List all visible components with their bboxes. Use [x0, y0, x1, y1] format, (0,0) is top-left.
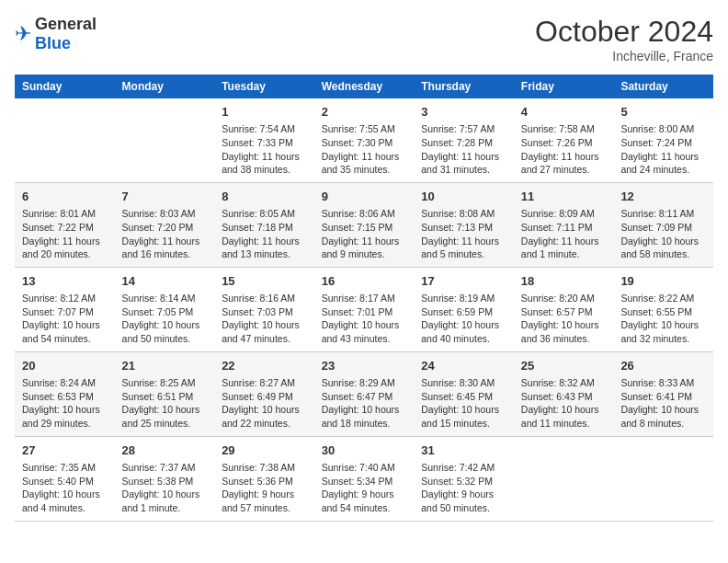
title-block: October 2024 Incheville, France	[535, 15, 713, 63]
day-info: Daylight: 10 hours and 8 minutes.	[620, 403, 706, 430]
day-info: Sunset: 6:49 PM	[222, 390, 307, 404]
day-info: Sunset: 7:24 PM	[620, 136, 706, 150]
calendar-cell: 4Sunrise: 7:58 AMSunset: 7:26 PMDaylight…	[514, 98, 614, 182]
day-info: Daylight: 10 hours and 40 minutes.	[421, 318, 506, 345]
day-info: Sunset: 7:28 PM	[421, 136, 506, 150]
day-info: Daylight: 11 hours and 31 minutes.	[421, 150, 506, 177]
calendar-table: SundayMondayTuesdayWednesdayThursdayFrid…	[15, 75, 713, 522]
day-info: Sunset: 6:55 PM	[620, 305, 706, 319]
calendar-cell: 8Sunrise: 8:05 AMSunset: 7:18 PMDaylight…	[214, 182, 314, 267]
day-info: Daylight: 11 hours and 38 minutes.	[222, 150, 307, 177]
day-info: Sunset: 7:15 PM	[322, 221, 407, 235]
day-number: 11	[521, 189, 607, 205]
day-info: Daylight: 10 hours and 29 minutes.	[22, 403, 108, 430]
day-info: Daylight: 10 hours and 22 minutes.	[222, 403, 307, 430]
day-info: Daylight: 10 hours and 32 minutes.	[620, 318, 706, 345]
day-number: 31	[421, 442, 506, 459]
day-info: Sunrise: 8:14 AM	[122, 292, 208, 305]
day-info: Sunrise: 8:32 AM	[521, 376, 607, 390]
col-header-wednesday: Wednesday	[314, 75, 415, 98]
day-info: Sunrise: 7:35 AM	[22, 461, 108, 475]
day-info: Sunset: 7:07 PM	[22, 305, 108, 319]
day-info: Sunrise: 8:17 AM	[322, 292, 407, 305]
day-info: Daylight: 10 hours and 58 minutes.	[620, 235, 706, 261]
day-info: Sunrise: 8:25 AM	[122, 376, 208, 390]
calendar-cell: 26Sunrise: 8:33 AMSunset: 6:41 PMDayligh…	[613, 351, 713, 436]
day-number: 2	[322, 104, 407, 121]
calendar-cell: 14Sunrise: 8:14 AMSunset: 7:05 PMDayligh…	[115, 267, 215, 351]
day-info: Sunrise: 8:33 AM	[620, 376, 706, 390]
page-header: ✈ General Blue October 2024 Incheville, …	[15, 15, 713, 63]
day-info: Daylight: 11 hours and 24 minutes.	[620, 150, 706, 177]
calendar-cell: 19Sunrise: 8:22 AMSunset: 6:55 PMDayligh…	[613, 267, 713, 351]
calendar-cell: 30Sunrise: 7:40 AMSunset: 5:34 PMDayligh…	[314, 436, 415, 521]
day-info: Sunset: 7:11 PM	[521, 221, 607, 235]
logo-blue: Blue	[35, 34, 71, 52]
day-info: Sunrise: 8:01 AM	[22, 207, 108, 221]
day-info: Sunrise: 7:57 AM	[421, 122, 506, 136]
day-info: Sunset: 5:36 PM	[222, 475, 307, 488]
day-info: Sunrise: 8:29 AM	[322, 376, 407, 390]
day-info: Sunset: 7:01 PM	[322, 305, 407, 319]
day-info: Daylight: 10 hours and 1 minute.	[122, 488, 208, 514]
calendar-cell: 11Sunrise: 8:09 AMSunset: 7:11 PMDayligh…	[514, 182, 614, 267]
calendar-cell: 3Sunrise: 7:57 AMSunset: 7:28 PMDaylight…	[414, 98, 514, 182]
day-info: Sunset: 6:43 PM	[521, 390, 607, 404]
day-info: Sunset: 7:26 PM	[521, 136, 607, 150]
calendar-header-row: SundayMondayTuesdayWednesdayThursdayFrid…	[15, 75, 713, 98]
calendar-cell: 18Sunrise: 8:20 AMSunset: 6:57 PMDayligh…	[514, 267, 614, 351]
day-info: Sunrise: 7:55 AM	[322, 122, 407, 136]
day-number: 9	[322, 189, 407, 205]
calendar-cell: 6Sunrise: 8:01 AMSunset: 7:22 PMDaylight…	[15, 182, 115, 267]
day-info: Daylight: 10 hours and 11 minutes.	[521, 403, 607, 430]
calendar-week-row: 6Sunrise: 8:01 AMSunset: 7:22 PMDaylight…	[15, 182, 713, 267]
day-number: 30	[322, 442, 407, 459]
calendar-week-row: 1Sunrise: 7:54 AMSunset: 7:33 PMDaylight…	[15, 98, 713, 182]
day-info: Sunset: 6:57 PM	[521, 305, 607, 319]
day-number: 5	[620, 104, 706, 121]
day-number: 16	[322, 273, 407, 290]
calendar-cell: 24Sunrise: 8:30 AMSunset: 6:45 PMDayligh…	[414, 351, 514, 436]
location: Incheville, France	[535, 49, 713, 63]
day-info: Sunrise: 8:05 AM	[222, 207, 307, 221]
calendar-week-row: 13Sunrise: 8:12 AMSunset: 7:07 PMDayligh…	[15, 267, 713, 351]
day-info: Sunrise: 8:11 AM	[620, 207, 706, 221]
day-info: Sunrise: 8:00 AM	[620, 122, 706, 136]
logo: ✈ General Blue	[15, 15, 97, 53]
day-info: Sunset: 5:38 PM	[122, 475, 208, 488]
day-info: Daylight: 11 hours and 1 minute.	[521, 235, 607, 261]
calendar-cell: 9Sunrise: 8:06 AMSunset: 7:15 PMDaylight…	[314, 182, 415, 267]
day-number: 19	[620, 273, 706, 290]
calendar-cell: 12Sunrise: 8:11 AMSunset: 7:09 PMDayligh…	[613, 182, 713, 267]
day-info: Daylight: 11 hours and 13 minutes.	[222, 235, 307, 261]
day-info: Sunrise: 7:54 AM	[222, 122, 307, 136]
day-info: Sunrise: 8:06 AM	[322, 207, 407, 221]
day-info: Sunset: 7:18 PM	[222, 221, 307, 235]
day-number: 17	[421, 273, 506, 290]
day-info: Sunrise: 8:30 AM	[421, 376, 506, 390]
day-number: 7	[122, 189, 208, 205]
day-info: Sunrise: 8:27 AM	[222, 376, 307, 390]
calendar-cell: 16Sunrise: 8:17 AMSunset: 7:01 PMDayligh…	[314, 267, 415, 351]
day-info: Sunrise: 8:08 AM	[421, 207, 506, 221]
calendar-cell	[115, 98, 215, 182]
day-info: Sunrise: 8:09 AM	[521, 207, 607, 221]
day-info: Daylight: 11 hours and 16 minutes.	[122, 235, 208, 261]
day-number: 10	[421, 189, 506, 205]
day-info: Sunset: 7:13 PM	[421, 221, 506, 235]
day-number: 22	[222, 358, 307, 374]
day-info: Sunrise: 7:40 AM	[322, 461, 407, 475]
day-info: Sunset: 6:53 PM	[22, 390, 108, 404]
day-info: Sunrise: 8:03 AM	[122, 207, 208, 221]
day-info: Daylight: 10 hours and 50 minutes.	[122, 318, 208, 345]
calendar-cell: 17Sunrise: 8:19 AMSunset: 6:59 PMDayligh…	[414, 267, 514, 351]
col-header-thursday: Thursday	[414, 75, 514, 98]
day-number: 23	[322, 358, 407, 374]
calendar-cell: 13Sunrise: 8:12 AMSunset: 7:07 PMDayligh…	[15, 267, 115, 351]
day-info: Sunrise: 8:20 AM	[521, 292, 607, 305]
day-info: Daylight: 10 hours and 54 minutes.	[22, 318, 108, 345]
calendar-cell: 1Sunrise: 7:54 AMSunset: 7:33 PMDaylight…	[214, 98, 314, 182]
day-info: Sunrise: 8:12 AM	[22, 292, 108, 305]
day-info: Sunset: 6:47 PM	[322, 390, 407, 404]
calendar-cell: 5Sunrise: 8:00 AMSunset: 7:24 PMDaylight…	[613, 98, 713, 182]
